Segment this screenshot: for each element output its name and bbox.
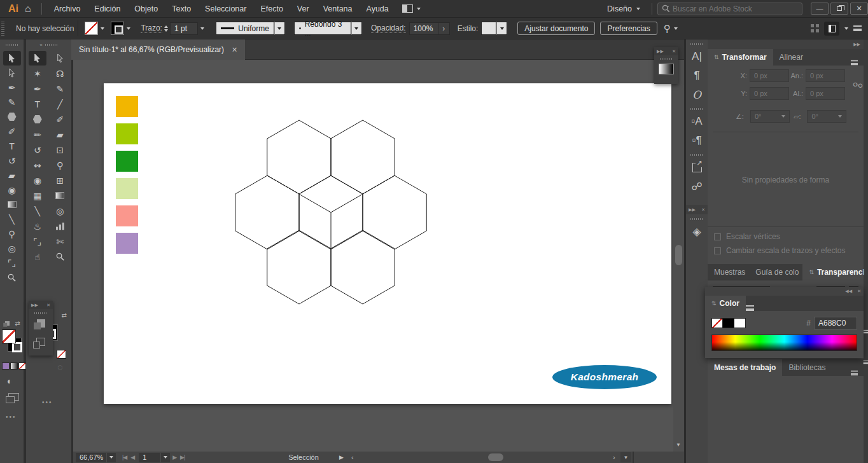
gradient-thumbnail[interactable] — [659, 64, 674, 74]
perspective-grid-tool[interactable]: ⊞ — [51, 173, 69, 188]
shape-builder-tool[interactable]: ◉ — [29, 173, 46, 188]
eraser-tool[interactable]: ▰ — [51, 127, 69, 142]
curvature-tool[interactable]: ✎ — [3, 95, 21, 109]
draw-modes-icon[interactable] — [8, 393, 19, 401]
tab-muestras[interactable]: Muestras — [708, 264, 752, 280]
last-artboard-icon[interactable]: ▶| — [180, 454, 185, 460]
direct-selection-tool[interactable] — [51, 51, 69, 66]
column-graph-tool[interactable] — [51, 219, 69, 233]
width-tool[interactable]: ↭ — [29, 158, 46, 172]
brush-select[interactable]: Redondo 3 ... — [294, 22, 351, 35]
chevron-down-icon[interactable] — [417, 8, 421, 10]
width-profile-dropdown[interactable] — [274, 22, 285, 35]
expand-icon[interactable]: ▶▶ — [657, 49, 664, 54]
blend-tool[interactable]: ◎ — [51, 204, 69, 218]
close-tab-icon[interactable]: ✕ — [232, 46, 237, 54]
menu-item-objeto[interactable]: Objeto — [127, 4, 165, 13]
hex-color-input[interactable] — [814, 317, 857, 329]
chevron-down-icon[interactable] — [844, 27, 848, 30]
adobe-stock-search[interactable] — [657, 3, 802, 15]
tab-transparencia[interactable]: ⇅Transparencia — [802, 264, 868, 280]
panel-header[interactable]: ▶▶✕ — [29, 301, 53, 309]
eyedropper-tool[interactable]: ╲ — [3, 212, 21, 226]
tab-color[interactable]: ⇅Color — [705, 296, 746, 311]
none-swatch[interactable] — [711, 318, 723, 328]
gradient-tool[interactable] — [51, 188, 69, 203]
arrange-documents-icon[interactable] — [811, 24, 819, 32]
scale-tool[interactable]: ⊡ — [51, 142, 69, 157]
drag-handle[interactable] — [690, 43, 703, 45]
shape-modes-icon[interactable]: ◐ — [7, 377, 12, 385]
stroke-color-swatch[interactable] — [111, 22, 124, 35]
rotate-tool[interactable]: ↺ — [3, 153, 21, 168]
paragraph-panel-icon[interactable]: ¶ — [686, 66, 708, 85]
panel-header[interactable]: ▶▶✕ — [654, 47, 678, 55]
swap-arrows-icon[interactable]: ⇄ — [15, 320, 20, 327]
menu-icon[interactable] — [864, 361, 868, 364]
swatch-pale-green[interactable] — [116, 178, 138, 199]
rotate-tool[interactable]: ↺ — [29, 142, 46, 157]
draw-normal-icon[interactable] — [37, 319, 45, 328]
links-panel-icon[interactable]: ☍ — [686, 177, 708, 196]
panel-layout-icon[interactable] — [824, 22, 839, 36]
zoom-level[interactable]: 66,67% — [76, 453, 106, 462]
drag-handle[interactable] — [690, 154, 703, 156]
shaper-tool[interactable]: ✏ — [29, 127, 46, 142]
tab-alinear[interactable]: Alinear — [773, 49, 809, 66]
menu-icon[interactable] — [864, 330, 868, 333]
drag-handle[interactable] — [690, 218, 703, 220]
swap-fill-stroke-icon[interactable] — [5, 321, 10, 326]
checkbox[interactable] — [714, 233, 721, 240]
lasso-tool[interactable]: ☊ — [51, 66, 69, 81]
artboard-dropdown[interactable] — [160, 453, 170, 462]
puppet-warp-tool[interactable]: ⚲ — [3, 226, 21, 241]
document-arrangement-icon[interactable] — [402, 4, 413, 13]
panel-menu-icon[interactable] — [746, 305, 754, 311]
home-icon[interactable]: ⌂ — [25, 3, 31, 15]
menu-item-edición[interactable]: Edición — [87, 4, 127, 13]
character-styles-panel-icon[interactable]: ▫A — [686, 112, 708, 131]
search-input[interactable] — [673, 4, 781, 13]
paintbrush-tool[interactable]: ✐ — [3, 124, 21, 139]
fill-dropdown[interactable] — [98, 22, 107, 35]
brush-dropdown[interactable] — [351, 22, 362, 35]
checkbox[interactable] — [714, 247, 721, 254]
opacity-value[interactable]: 100% — [409, 22, 438, 35]
slice-tool[interactable]: ✄ — [51, 234, 69, 249]
document-tab[interactable]: Sin título-1* al 66,67% (RGB/Previsualiz… — [71, 39, 245, 60]
drag-handle[interactable] — [690, 108, 703, 110]
shear-select[interactable]: 0° — [807, 110, 846, 123]
rotate-select[interactable]: 0° — [750, 110, 790, 123]
preferences-button[interactable]: Preferencias — [600, 22, 657, 35]
first-artboard-icon[interactable]: |◀ — [122, 454, 127, 460]
swatch-salmon[interactable] — [116, 205, 138, 226]
color-mode-chip[interactable] — [2, 363, 10, 370]
vertical-scrollbar[interactable]: ▼ — [673, 60, 684, 452]
panel-menu-icon[interactable] — [851, 371, 858, 376]
layers-panel-icon[interactable]: ◈ — [686, 222, 708, 241]
dock-header[interactable]: ▶▶ — [708, 39, 864, 49]
stroke-weight-stepper[interactable] — [164, 25, 168, 32]
swatch-green[interactable] — [116, 151, 138, 172]
zoom-dropdown[interactable] — [106, 453, 116, 462]
hand-tool[interactable]: ☝ — [29, 249, 46, 264]
kadoshmerah-logo[interactable]: Kadoshmerah — [552, 365, 657, 389]
eyedropper-tool[interactable]: ╲ — [29, 204, 46, 218]
height-field[interactable]: 0 px — [806, 87, 845, 100]
shape-builder-tool[interactable]: ◉ — [3, 183, 21, 197]
width-field[interactable]: 0 px — [806, 69, 845, 82]
opentype-panel-icon[interactable]: O — [686, 85, 708, 104]
menu-item-texto[interactable]: Texto — [165, 4, 198, 13]
swatch-yellow-green[interactable] — [116, 123, 138, 144]
stroke-weight-label[interactable]: Trazo: — [141, 24, 162, 33]
next-artboard-icon[interactable]: ▶ — [172, 454, 176, 460]
more-tools-icon[interactable]: ••• — [42, 399, 53, 406]
chevron-down-icon[interactable] — [674, 27, 678, 30]
expand-icon[interactable]: ▶▶ — [31, 303, 38, 308]
close-icon[interactable]: ✕ — [46, 303, 50, 308]
magic-wand-tool[interactable]: ✶ — [29, 66, 46, 81]
pen-tool[interactable]: ✒ — [3, 80, 21, 95]
puppet-warp-tool[interactable]: ⚲ — [51, 158, 69, 172]
fill-color-swatch[interactable] — [85, 22, 98, 35]
menu-item-ventana[interactable]: Ventana — [316, 4, 360, 13]
